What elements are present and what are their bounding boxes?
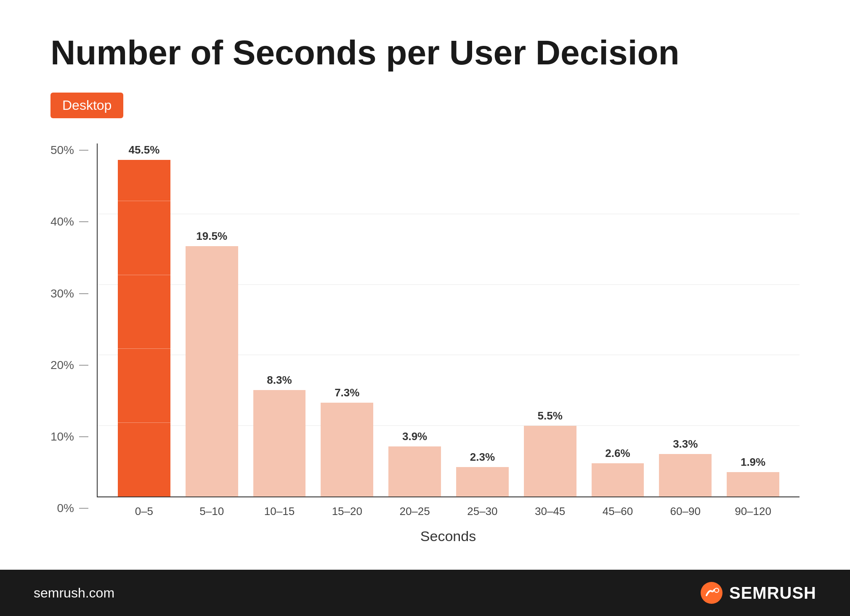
footer-logo-text: SEMRUSH [729, 584, 816, 603]
bar-rect [592, 463, 644, 497]
y-tick: 50% [50, 143, 88, 157]
bar-group: 2.6% [584, 143, 652, 497]
x-axis: 0–55–1010–1515–2020–2525–3030–4545–6060–… [98, 497, 800, 518]
y-axis: 50%40%30%20%10%0% [50, 143, 88, 544]
bar-rect [456, 467, 509, 497]
y-tick-label: 30% [50, 287, 74, 300]
x-tick-label: 45–60 [584, 497, 652, 518]
bar-group: 5.5% [516, 143, 584, 497]
x-tick-label: 5–10 [178, 497, 246, 518]
x-tick-label: 20–25 [381, 497, 449, 518]
bar-rect [524, 426, 576, 497]
footer-url: semrush.com [34, 585, 114, 601]
y-tick-line [79, 293, 88, 294]
bars-row: 45.5%19.5%8.3%7.3%3.9%2.3%5.5%2.6%3.3%1.… [97, 143, 800, 497]
y-tick-label: 40% [50, 215, 74, 228]
x-tick-label: 30–45 [516, 497, 584, 518]
bar-group: 45.5% [110, 143, 178, 497]
semrush-logo-icon [701, 582, 722, 604]
bar-value-label: 7.3% [335, 386, 359, 399]
main-content: Number of Seconds per User Decision Desk… [0, 0, 850, 570]
chart-title: Number of Seconds per User Decision [50, 34, 800, 72]
bar-group: 7.3% [313, 143, 381, 497]
y-tick-line [79, 508, 88, 509]
bar-group: 3.9% [381, 143, 449, 497]
bar-group: 1.9% [719, 143, 787, 497]
x-tick-label: 15–20 [313, 497, 381, 518]
bar-value-label: 8.3% [267, 374, 292, 387]
bar-rect [321, 403, 373, 497]
bar-group: 8.3% [246, 143, 313, 497]
x-axis-label: Seconds [97, 528, 800, 544]
y-tick: 30% [50, 287, 88, 300]
x-tick-label: 60–90 [651, 497, 719, 518]
bar-value-label: 1.9% [741, 456, 765, 469]
bar-value-label: 2.6% [605, 447, 630, 460]
x-tick-label: 90–120 [719, 497, 787, 518]
bar-value-label: 45.5% [129, 143, 160, 157]
bar-group: 2.3% [449, 143, 516, 497]
y-tick-label: 10% [50, 430, 74, 443]
chart-area: 50%40%30%20%10%0% 45.5%19.5%8.3%7.3%3.9%… [50, 143, 800, 544]
y-tick: 0% [57, 502, 88, 515]
y-tick-line [79, 221, 88, 222]
y-tick: 40% [50, 215, 88, 228]
bar-value-label: 3.9% [402, 430, 427, 443]
x-tick-label: 25–30 [449, 497, 516, 518]
bar-rect [727, 472, 779, 497]
y-tick: 10% [50, 430, 88, 443]
legend-badge: Desktop [50, 93, 123, 118]
bar-rect [118, 160, 170, 497]
y-tick-label: 20% [50, 358, 74, 372]
bar-group: 3.3% [651, 143, 719, 497]
y-tick: 20% [50, 358, 88, 372]
y-tick-label: 0% [57, 502, 74, 515]
svg-point-0 [701, 582, 722, 604]
bar-rect [253, 390, 306, 497]
legend-area: Desktop [50, 93, 800, 118]
bar-value-label: 5.5% [538, 409, 563, 422]
chart-container: 50%40%30%20%10%0% 45.5%19.5%8.3%7.3%3.9%… [50, 143, 800, 544]
bar-rect [186, 246, 238, 497]
footer: semrush.com SEMRUSH [0, 570, 850, 616]
bar-group: 19.5% [178, 143, 246, 497]
bar-value-label: 19.5% [196, 230, 227, 243]
bars-and-xaxis: 45.5%19.5%8.3%7.3%3.9%2.3%5.5%2.6%3.3%1.… [97, 143, 800, 544]
footer-logo: SEMRUSH [701, 582, 816, 604]
bar-value-label: 3.3% [673, 438, 698, 451]
x-tick-label: 10–15 [246, 497, 313, 518]
y-tick-line [79, 436, 88, 437]
svg-point-1 [715, 588, 719, 592]
bar-value-label: 2.3% [470, 451, 495, 464]
x-tick-label: 0–5 [110, 497, 178, 518]
y-tick-line [79, 150, 88, 151]
y-tick-label: 50% [50, 143, 74, 157]
y-tick-line [79, 365, 88, 366]
bar-rect [388, 446, 441, 497]
bar-rect [659, 454, 712, 497]
